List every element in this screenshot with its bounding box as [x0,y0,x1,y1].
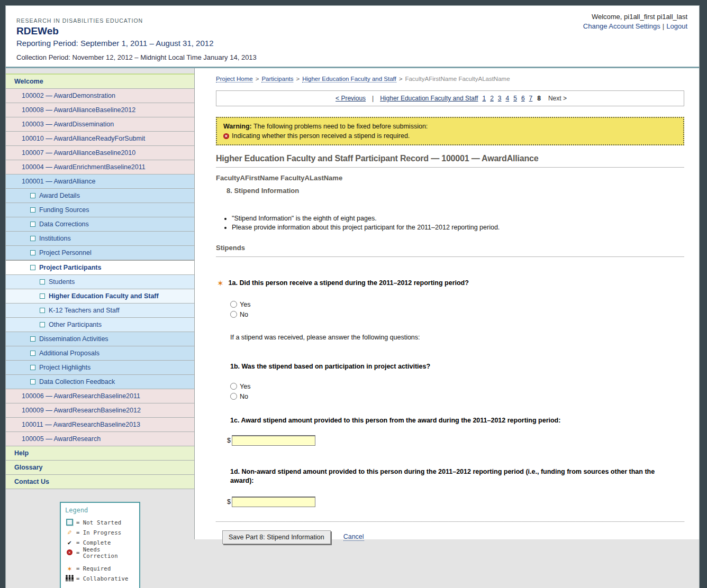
form-separator [216,521,684,522]
user-area: Welcome, pi1all_first pi1all_last Change… [583,13,687,30]
sidebar-item-100011[interactable]: 100011 — AwardResearchBaseline2013 [6,418,194,432]
q1a-yes-label: Yes [240,301,250,308]
sidebar-item-award-details[interactable]: Award Details [6,189,194,203]
sidebar-item-contact-us[interactable]: Contact Us [6,475,194,489]
q1a-yes-radio[interactable] [230,301,237,308]
breadcrumb-participants[interactable]: Participants [261,76,293,82]
breadcrumb-hefs[interactable]: Higher Education Faculty and Staff [302,76,396,82]
people-icon [65,575,74,582]
cancel-link[interactable]: Cancel [343,533,364,541]
section-link[interactable]: Higher Education Faculty and Staff [380,95,478,102]
not-started-icon [30,351,35,356]
part-heading: 8. Stipend Information [226,187,684,195]
not-started-icon [30,193,35,198]
page-title: Higher Education Faculty and Staff Parti… [216,154,684,168]
sidebar-item-funding-sources[interactable]: Funding Sources [6,203,194,217]
sidebar-item-data-collection-feedback[interactable]: Data Collection Feedback [6,375,194,389]
not-started-icon [65,519,74,526]
sidebar-item-100004[interactable]: 100004 — AwardEnrichmentBaseline2011 [6,160,194,174]
question-1c-text: 1c. Award stipend amount provided to thi… [230,417,684,424]
page-link-4[interactable]: 4 [506,95,510,102]
not-started-icon [40,322,45,327]
stipends-section-heading: Stipends [216,244,684,257]
q1b-yes-radio[interactable] [230,383,237,390]
q1b-no-label: No [240,393,248,400]
legend-item-needs-correction: ✕ = Needs Correction [65,547,135,557]
page-link-3[interactable]: 3 [498,95,502,102]
sidebar-item-students[interactable]: Students [6,275,194,289]
legend-item-not-started: = Not Started [65,517,135,527]
current-page: 8 [537,95,541,102]
page-link-6[interactable]: 6 [521,95,525,102]
sidebar-item-project-highlights[interactable]: Project Highlights [6,361,194,375]
not-started-icon [40,279,45,284]
form-actions: Save Part 8: Stipend Information Cancel [222,530,684,544]
q1b-no-radio[interactable] [230,393,237,400]
question-1b-text: 1b. Was the stipend based on participati… [230,363,684,370]
pagination-bar: < Previous|Higher Education Faculty and … [216,90,684,106]
sidebar-item-data-corrections[interactable]: Data Corrections [6,217,194,232]
warning-label: Warning: [223,123,252,130]
sidebar-item-glossary[interactable]: Glossary [6,461,194,475]
sidebar-item-k12-teachers-and-staff[interactable]: K-12 Teachers and Staff [6,304,194,318]
page-link-1[interactable]: 1 [482,95,486,102]
save-button[interactable]: Save Part 8: Stipend Information [222,530,331,544]
intro-bullet: "Stipend Information" is the eighth of e… [232,215,684,222]
page-frame: RESEARCH IN DISABILITIES EDUCATION RDEWe… [5,5,700,588]
stipend-note: If a stipend was received, please answer… [230,334,684,341]
breadcrumb: Project Home>Participants>Higher Educati… [216,76,684,82]
app-header: RESEARCH IN DISABILITIES EDUCATION RDEWe… [6,6,699,68]
sidebar-item-other-participants[interactable]: Other Participants [6,318,194,332]
sidebar: Welcome 100002 — AwardDemonstration 1000… [6,68,194,588]
sidebar-item-100006[interactable]: 100006 — AwardResearchBaseline2011 [6,389,194,403]
links-separator: | [663,22,664,30]
intro-bullet: Please provide information about this pr… [232,224,684,231]
page-link-7[interactable]: 7 [529,95,533,102]
main-content: Project Home>Participants>Higher Educati… [194,68,699,539]
sidebar-item-welcome[interactable]: Welcome [6,74,194,89]
sidebar-item-project-personnel[interactable]: Project Personnel [6,246,194,260]
legend-item-in-progress: ✎ = In Progress [65,527,135,537]
logout-link[interactable]: Logout [666,22,687,30]
currency-symbol: $ [227,498,231,506]
q1b-radio-group: Yes No [230,381,684,401]
q1c-amount-input[interactable] [232,435,315,446]
required-icon: ✶ [65,564,74,573]
page-link-2[interactable]: 2 [490,95,494,102]
sidebar-item-dissemination-activities[interactable]: Dissemination Activities [6,332,194,346]
sidebar-item-100009[interactable]: 100009 — AwardResearchBaseline2012 [6,403,194,418]
breadcrumb-current: FacultyAFirstName FacultyALastName [405,76,510,82]
sidebar-item-higher-education-faculty-and-staff[interactable]: Higher Education Faculty and Staff [6,289,194,304]
sidebar-item-help[interactable]: Help [6,446,194,461]
q1d-amount-input[interactable] [232,497,315,507]
question-1a: ✶ 1a. Did this person receive a stipend … [216,279,684,288]
currency-symbol: $ [227,437,231,444]
error-icon: ✕ [65,549,74,555]
not-started-icon [30,379,35,384]
sidebar-item-100010[interactable]: 100010 — AwardAllianceReadyForSubmit [6,132,194,146]
sidebar-item-100005[interactable]: 100005 — AwardResearch [6,432,194,446]
not-started-icon [30,365,35,370]
q1c-amount-row: $ [227,435,684,446]
not-started-icon [30,336,35,342]
collection-period: Collection Period: November 12, 2012 – M… [16,53,699,61]
sidebar-item-additional-proposals[interactable]: Additional Proposals [6,346,194,361]
page-body: Welcome 100002 — AwardDemonstration 1000… [6,68,699,588]
page-link-5[interactable]: 5 [513,95,517,102]
sidebar-item-100003[interactable]: 100003 — AwardDissemination [6,117,194,132]
not-started-icon [30,250,35,255]
not-started-icon [30,222,35,227]
previous-link[interactable]: < Previous [336,95,366,102]
check-icon: ✔ [65,539,74,546]
sidebar-item-100001[interactable]: 100001 — AwardAlliance [6,174,194,189]
q1a-no-radio[interactable] [230,311,237,318]
breadcrumb-project-home[interactable]: Project Home [216,76,253,82]
sidebar-item-100007[interactable]: 100007 — AwardAllianceBaseline2010 [6,146,194,160]
change-account-settings-link[interactable]: Change Account Settings [583,22,660,30]
q1b-yes-label: Yes [240,383,250,390]
sidebar-item-project-participants[interactable]: Project Participants [6,260,194,275]
sidebar-item-institutions[interactable]: Institutions [6,232,194,246]
sidebar-item-100008[interactable]: 100008 — AwardAllianceBaseline2012 [6,103,194,117]
not-started-icon [30,236,35,241]
sidebar-item-100002[interactable]: 100002 — AwardDemonstration [6,89,194,103]
